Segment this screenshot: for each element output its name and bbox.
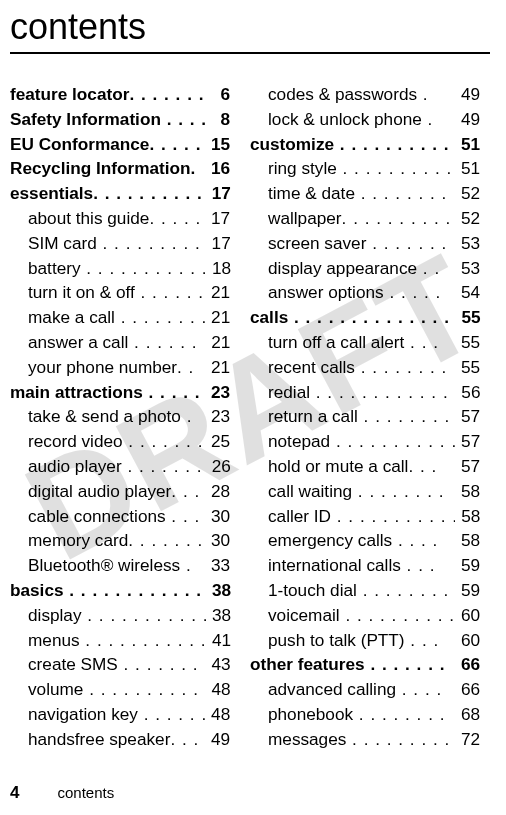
toc-row[interactable]: international calls . . .59	[250, 553, 480, 578]
toc-row[interactable]: other features . . . . . . .66	[250, 652, 480, 677]
toc-label-wrap: display . . . . . . . . . . . .	[28, 603, 206, 628]
toc-row[interactable]: turn off a call alert . . .55	[250, 330, 480, 355]
toc-row[interactable]: codes & passwords .49	[250, 82, 480, 107]
toc-row[interactable]: essentials. . . . . . . . . . .17	[10, 181, 230, 206]
toc-page: 15	[205, 132, 230, 157]
toc-page: 55	[455, 305, 480, 330]
toc-row[interactable]: 1-touch dial . . . . . . . .59	[250, 578, 480, 603]
toc-page: 30	[205, 504, 230, 529]
toc-label: memory card	[28, 530, 128, 550]
toc-row[interactable]: notepad . . . . . . . . . . .57	[250, 429, 480, 454]
toc-dots: . . . . . . . .	[352, 481, 444, 501]
toc-row[interactable]: navigation key . . . . . .48	[10, 702, 230, 727]
toc-row[interactable]: messages . . . . . . . . .72	[250, 727, 480, 752]
toc-row[interactable]: caller ID . . . . . . . . . . .58	[250, 504, 480, 529]
toc-dots: . . . . .	[384, 282, 442, 302]
toc-row[interactable]: basics . . . . . . . . . . . . . .38	[10, 578, 230, 603]
toc-row[interactable]: Bluetooth® wireless .33	[10, 553, 230, 578]
toc-row[interactable]: Safety Information . . . .8	[10, 107, 230, 132]
toc-row[interactable]: display appearance . .53	[250, 256, 480, 281]
toc-row[interactable]: advanced calling . . . .66	[250, 677, 480, 702]
toc-label-wrap: turn it on & off . . . . . .	[28, 280, 204, 305]
toc-dots: .	[191, 158, 197, 178]
toc-row[interactable]: memory card. . . . . . .30	[10, 528, 230, 553]
toc-row[interactable]: digital audio player. . .28	[10, 479, 230, 504]
toc-row[interactable]: make a call . . . . . . . .21	[10, 305, 230, 330]
footer-page-number: 4	[10, 783, 19, 803]
toc-row[interactable]: Recycling Information.16	[10, 156, 230, 181]
toc-row[interactable]: about this guide. . . . .17	[10, 206, 230, 231]
toc-row[interactable]: return a call . . . . . . . .57	[250, 404, 480, 429]
toc-label-wrap: memory card. . . . . . .	[28, 528, 203, 553]
toc-label-wrap: basics . . . . . . . . . . . . . .	[10, 578, 206, 603]
toc-label-wrap: Safety Information . . . .	[10, 107, 206, 132]
toc-row[interactable]: menus . . . . . . . . . . . .41	[10, 628, 230, 653]
toc-row[interactable]: call waiting . . . . . . . .58	[250, 479, 480, 504]
toc-label-wrap: feature locator. . . . . . . .	[10, 82, 206, 107]
toc-page: 16	[205, 156, 230, 181]
toc-page: 41	[206, 628, 230, 653]
toc-row[interactable]: main attractions . . . . .23	[10, 380, 230, 405]
toc-label: Recycling Information	[10, 158, 191, 178]
toc-row[interactable]: battery . . . . . . . . . . . .18	[10, 256, 230, 281]
toc-dots: .	[181, 406, 193, 426]
toc-row[interactable]: redial . . . . . . . . . . . . .56	[250, 380, 480, 405]
toc-row[interactable]: ring style . . . . . . . . . .51	[250, 156, 480, 181]
toc-row[interactable]: emergency calls . . . .58	[250, 528, 480, 553]
toc-row[interactable]: feature locator. . . . . . . .6	[10, 82, 230, 107]
toc-row[interactable]: phonebook . . . . . . . .68	[250, 702, 480, 727]
toc-row[interactable]: EU Conformance. . . . .15	[10, 132, 230, 157]
toc-row[interactable]: answer a call . . . . . . .21	[10, 330, 230, 355]
toc-dots: . . . . . . .	[366, 233, 447, 253]
toc-row[interactable]: calls . . . . . . . . . . . . . . .55	[250, 305, 480, 330]
toc-row[interactable]: handsfree speaker. . .49	[10, 727, 230, 752]
toc-label-wrap: turn off a call alert . . .	[268, 330, 439, 355]
toc-row[interactable]: take & send a photo .23	[10, 404, 230, 429]
toc-row[interactable]: volume . . . . . . . . . . .48	[10, 677, 230, 702]
toc-row[interactable]: lock & unlock phone .49	[250, 107, 480, 132]
toc-row[interactable]: audio player . . . . . . . .26	[10, 454, 230, 479]
toc-label-wrap: call waiting . . . . . . . .	[268, 479, 444, 504]
toc-dots: . . . . . . .	[123, 431, 204, 451]
toc-dots: . . . . . . . . . .	[340, 605, 455, 625]
toc-row[interactable]: recent calls . . . . . . . .55	[250, 355, 480, 380]
toc-label: answer a call	[28, 332, 128, 352]
toc-row[interactable]: screen saver . . . . . . .53	[250, 231, 480, 256]
toc-dots: . . . . . . . .	[358, 406, 450, 426]
toc-row[interactable]: turn it on & off . . . . . .21	[10, 280, 230, 305]
toc-dots: . . . .	[161, 109, 206, 129]
toc-label: EU Conformance	[10, 134, 149, 154]
toc-row[interactable]: record video . . . . . . .25	[10, 429, 230, 454]
toc-row[interactable]: hold or mute a call. . .57	[250, 454, 480, 479]
toc-row[interactable]: your phone number. .21	[10, 355, 230, 380]
toc-row[interactable]: time & date . . . . . . . .52	[250, 181, 480, 206]
toc-row[interactable]: customize . . . . . . . . . .51	[250, 132, 480, 157]
toc-page: 23	[205, 404, 230, 429]
toc-row[interactable]: wallpaper. . . . . . . . . .52	[250, 206, 480, 231]
toc-dots: . . . . . . . .	[115, 307, 205, 327]
toc-page: 59	[455, 578, 480, 603]
toc-dots: . .	[417, 258, 440, 278]
toc-dots: . . . . . . . . . .	[97, 233, 206, 253]
toc-page: 43	[205, 652, 230, 677]
toc-label: handsfree speaker	[28, 729, 170, 749]
toc-dots: . . . . . . . . . . .	[93, 183, 206, 203]
toc-dots: . . . . . . . .	[355, 357, 447, 377]
toc-page: 48	[205, 677, 230, 702]
toc-row[interactable]: voicemail . . . . . . . . . .60	[250, 603, 480, 628]
toc-dots: . . . .	[392, 530, 438, 550]
toc-row[interactable]: display . . . . . . . . . . . .38	[10, 603, 230, 628]
toc-label-wrap: time & date . . . . . . . .	[268, 181, 447, 206]
toc-row[interactable]: answer options . . . . .54	[250, 280, 480, 305]
toc-dots: . . . . . . . . . . .	[331, 506, 455, 526]
toc-dots: . . . . .	[149, 208, 201, 228]
toc-row[interactable]: cable connections . . .30	[10, 504, 230, 529]
toc-label-wrap: other features . . . . . . .	[250, 652, 445, 677]
toc-row[interactable]: SIM card . . . . . . . . . .17	[10, 231, 230, 256]
toc-row[interactable]: create SMS . . . . . . . .43	[10, 652, 230, 677]
toc-label-wrap: emergency calls . . . .	[268, 528, 438, 553]
toc-page: 26	[206, 454, 230, 479]
toc-row[interactable]: push to talk (PTT) . . .60	[250, 628, 480, 653]
footer-label: contents	[57, 784, 114, 801]
toc-page: 49	[455, 107, 480, 132]
